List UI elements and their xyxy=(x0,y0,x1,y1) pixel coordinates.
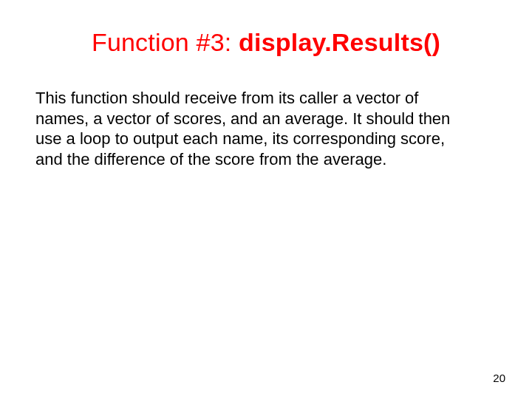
slide-container: Function #3: display.Results() This func… xyxy=(0,0,532,399)
title-prefix: Function #3: xyxy=(92,28,239,56)
page-number: 20 xyxy=(493,372,505,384)
title-function-name: display.Results() xyxy=(239,28,440,56)
slide-title: Function #3: display.Results() xyxy=(35,28,497,57)
slide-body-text: This function should receive from its ca… xyxy=(35,88,464,169)
